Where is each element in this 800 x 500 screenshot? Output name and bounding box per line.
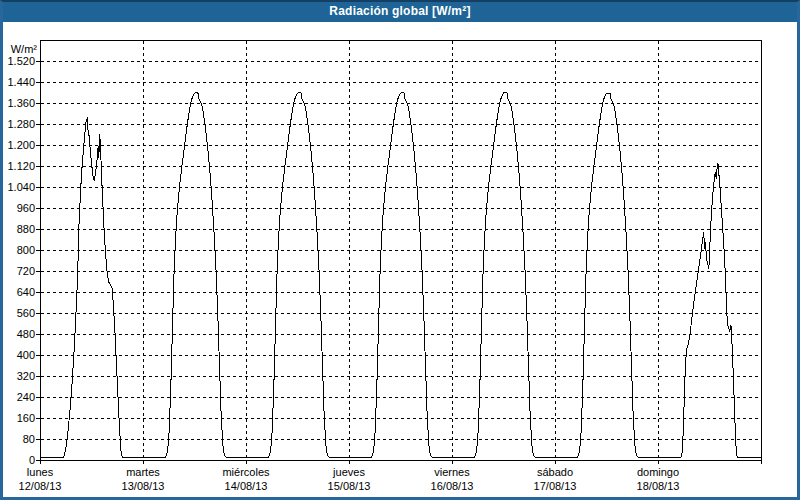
day-name: jueves [328,466,371,480]
x-axis-day-label: jueves15/08/13 [328,466,371,493]
y-axis-tick-label: 160 [0,412,35,425]
y-axis-tick-label: 560 [0,307,35,320]
y-axis-tick-label: 400 [0,349,35,362]
x-axis-day-label: martes13/08/13 [122,466,165,493]
x-axis-day-label: viernes16/08/13 [431,466,474,493]
y-axis-unit-label: W/m² [0,43,37,55]
y-axis-tick-label: 80 [0,433,35,446]
y-axis-tick-label: 1.040 [0,181,35,194]
day-name: lunes [19,466,62,480]
day-date: 13/08/13 [122,480,165,494]
plot-border [40,40,761,460]
day-date: 12/08/13 [19,480,62,494]
day-date: 17/08/13 [534,480,577,494]
window-titlebar: Radiación global [W/m²] [0,0,800,22]
radiation-curve [40,92,761,458]
x-axis-day-label: miércoles14/08/13 [222,466,269,493]
x-axis-day-label: sábado17/08/13 [534,466,577,493]
x-axis-day-label: lunes12/08/13 [19,466,62,493]
window-title: Radiación global [W/m²] [329,4,470,18]
y-axis-tick-label: 1.520 [0,55,35,68]
y-axis-tick-label: 1.440 [0,76,35,89]
y-axis-tick-label: 960 [0,202,35,215]
y-axis-tick-label: 1.360 [0,97,35,110]
y-axis-tick-label: 640 [0,286,35,299]
y-axis-tick-label: 320 [0,370,35,383]
y-axis-tick-label: 1.120 [0,160,35,173]
day-name: martes [122,466,165,480]
y-axis-tick-label: 240 [0,391,35,404]
day-date: 16/08/13 [431,480,474,494]
y-axis-tick-label: 1.280 [0,118,35,131]
y-axis-tick-label: 800 [0,244,35,257]
y-axis-tick-label: 480 [0,328,35,341]
day-name: sábado [534,466,577,480]
day-date: 15/08/13 [328,480,371,494]
y-axis-tick-label: 880 [0,223,35,236]
y-axis-tick-label: 1.200 [0,139,35,152]
day-date: 14/08/13 [222,480,269,494]
day-name: viernes [431,466,474,480]
day-date: 18/08/13 [637,480,680,494]
day-name: miércoles [222,466,269,480]
y-axis-tick-label: 720 [0,265,35,278]
radiation-chart-window: Radiación global [W/m²] W/m² 08016024032… [0,0,800,500]
day-name: domingo [637,466,680,480]
radiation-line-chart [0,0,800,500]
x-axis-day-label: domingo18/08/13 [637,466,680,493]
